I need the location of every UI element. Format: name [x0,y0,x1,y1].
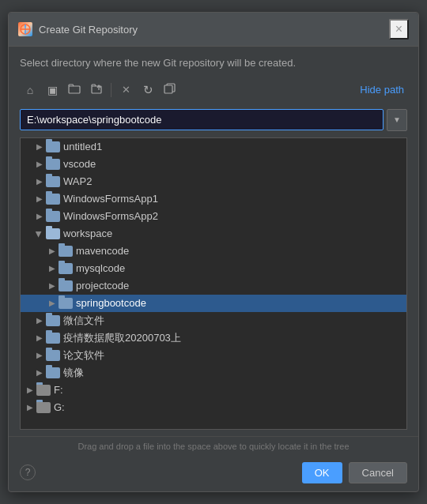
item-label: springbootcode [76,297,403,309]
new-folder-icon [68,83,81,96]
copy-path-icon [164,83,176,96]
delete-button[interactable]: ✕ [115,81,136,100]
folder-icon [59,263,73,274]
new-folder-button[interactable] [64,81,85,100]
create-git-repository-dialog: Create Git Repository × Select directory… [8,12,419,491]
move-up-icon [91,83,102,96]
dialog-footer: ? OK Cancel [9,456,418,491]
folder-icon [46,367,60,378]
svg-rect-7 [164,85,172,93]
item-label: projectcode [76,280,403,291]
folder-icon [46,315,60,326]
toolbar-separator-1 [111,83,111,97]
close-button[interactable]: × [389,19,409,39]
folder-icon [46,141,60,152]
item-label: G: [54,401,403,413]
item-label: WindowsFormsApp2 [63,210,403,222]
chevron-icon: ▶ [46,245,59,258]
path-input-row: ▼ [20,109,407,131]
chevron-icon: ▶ [24,384,36,397]
app-icon [18,22,32,36]
folder-icon [46,159,60,170]
cancel-button[interactable]: Cancel [349,462,407,483]
drive-icon [36,402,51,413]
dropdown-arrow-icon: ▼ [393,115,401,124]
chevron-icon: ▶ [33,175,46,188]
chevron-icon: ▶ [33,141,46,153]
folder-icon [46,333,60,344]
move-up-button[interactable] [86,81,107,100]
refresh-button[interactable]: ↻ [138,81,158,100]
item-label: 疫情数据爬取20200703上 [63,331,403,345]
tree-item[interactable]: ▶ vscode [21,156,406,173]
item-label: 论文软件 [63,348,403,363]
file-toolbar: ⌂ ▣ [20,77,407,103]
item-label: F: [54,384,403,396]
dialog-body: Select directory where the new Git repos… [9,47,418,435]
home-button[interactable]: ⌂ [20,81,40,100]
tree-item[interactable]: ▶ 疫情数据爬取20200703上 [21,329,406,347]
delete-icon: ✕ [122,84,130,96]
desktop-button[interactable]: ▣ [42,81,62,100]
ok-button[interactable]: OK [302,462,342,483]
copy-path-button[interactable] [160,81,180,100]
drive-icon [36,385,51,396]
tree-item[interactable]: ▶ mysqlcode [21,260,406,277]
chevron-icon: ▶ [33,193,46,205]
status-hint: Drag and drop a file into the space abov… [77,442,349,451]
folder-icon [46,228,60,239]
hide-path-button[interactable]: Hide path [357,82,407,97]
title-left: Create Git Repository [18,22,138,36]
item-label: 微信文件 [63,314,403,328]
tree-item[interactable]: ▶ 微信文件 [21,312,406,329]
svg-rect-3 [69,86,80,93]
home-icon: ⌂ [27,84,33,96]
refresh-icon: ↻ [143,83,153,97]
tree-item[interactable]: ▶ untitled1 [21,138,406,156]
chevron-icon: ▶ [24,401,36,414]
chevron-icon: ▶ [46,262,59,275]
chevron-icon: ▶ [33,158,46,171]
item-label: 镜像 [63,366,403,380]
dialog-description: Select directory where the new Git repos… [20,56,407,70]
footer-buttons: OK Cancel [302,462,407,483]
help-button[interactable]: ? [20,465,36,480]
chevron-icon: ▶ [33,349,46,362]
tree-item[interactable]: ▶ WindowsFormsApp2 [21,208,406,225]
chevron-icon: ▶ [33,332,46,344]
tree-item[interactable]: ▶ 镜像 [21,364,406,382]
folder-icon [46,194,60,205]
tree-item[interactable]: ▶ mavencode [21,243,406,260]
item-label: untitled1 [63,141,403,152]
path-input[interactable] [20,109,384,130]
folder-icon [46,211,60,222]
item-label: mysqlcode [76,262,403,274]
folder-icon [59,246,73,257]
path-dropdown-button[interactable]: ▼ [387,109,407,131]
item-label: WAP2 [63,175,403,187]
chevron-icon: ▶ [33,314,46,327]
chevron-icon: ▶ [46,297,59,310]
item-label: WindowsFormsApp1 [63,193,403,205]
tree-item[interactable]: ▶ workspace [21,225,406,243]
drive-item-g[interactable]: ▶ G: [21,399,406,416]
desktop-icon: ▣ [47,84,58,96]
status-bar: Drag and drop a file into the space abov… [9,436,418,456]
chevron-icon: ▶ [33,367,46,379]
drive-item-f[interactable]: ▶ F: [21,382,406,399]
folder-icon [59,280,73,291]
tree-item[interactable]: ▶ projectcode [21,277,406,295]
item-label: workspace [63,228,403,239]
tree-item[interactable]: ▶ WindowsFormsApp1 [21,190,406,208]
item-label: vscode [63,158,403,170]
directory-tree[interactable]: ▶ untitled1 ▶ vscode ▶ WAP2 ▶ WindowsFor… [20,137,407,430]
dialog-title: Create Git Repository [39,24,138,36]
tree-item-selected[interactable]: ▶ springbootcode [21,295,406,312]
chevron-icon: ▶ [46,280,59,292]
tree-item[interactable]: ▶ WAP2 [21,173,406,190]
chevron-icon: ▶ [33,210,46,223]
folder-icon [59,298,73,309]
title-bar: Create Git Repository × [9,13,418,47]
chevron-icon: ▶ [33,228,46,241]
tree-item[interactable]: ▶ 论文软件 [21,347,406,364]
